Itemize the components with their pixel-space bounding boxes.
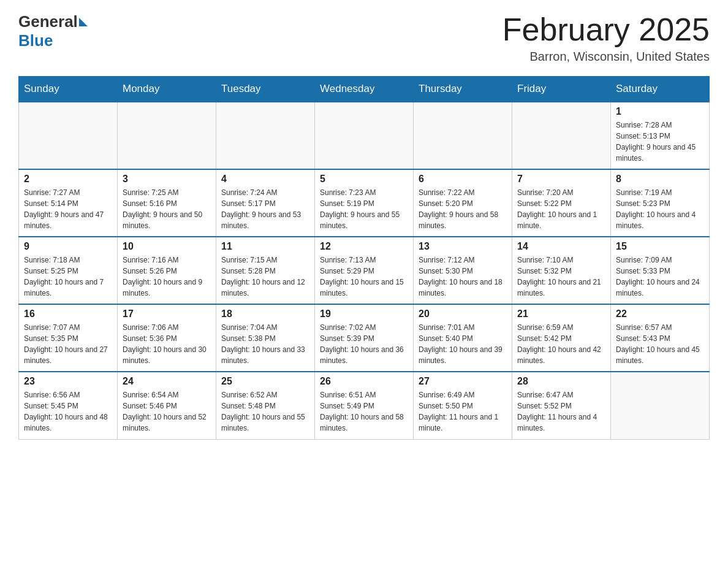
day-info: Sunrise: 7:12 AMSunset: 5:30 PMDaylight:… — [419, 255, 507, 299]
day-number: 2 — [24, 174, 112, 185]
calendar-header-saturday: Saturday — [611, 77, 710, 102]
day-number: 17 — [123, 308, 211, 320]
calendar-cell: 1Sunrise: 7:28 AMSunset: 5:13 PMDaylight… — [611, 102, 710, 169]
calendar-header-thursday: Thursday — [414, 77, 512, 102]
day-info: Sunrise: 7:13 AMSunset: 5:29 PMDaylight:… — [320, 255, 408, 299]
calendar-cell — [19, 102, 118, 169]
calendar-cell: 16Sunrise: 7:07 AMSunset: 5:35 PMDayligh… — [19, 304, 118, 372]
calendar-cell: 26Sunrise: 6:51 AMSunset: 5:49 PMDayligh… — [315, 372, 414, 439]
day-number: 13 — [419, 241, 507, 252]
day-number: 22 — [616, 308, 704, 320]
day-number: 19 — [320, 308, 408, 320]
day-info: Sunrise: 7:07 AMSunset: 5:35 PMDaylight:… — [24, 322, 112, 366]
day-info: Sunrise: 7:25 AMSunset: 5:16 PMDaylight:… — [123, 187, 211, 231]
calendar-cell: 17Sunrise: 7:06 AMSunset: 5:36 PMDayligh… — [118, 304, 216, 372]
calendar-cell: 12Sunrise: 7:13 AMSunset: 5:29 PMDayligh… — [315, 237, 414, 304]
calendar-cell: 6Sunrise: 7:22 AMSunset: 5:20 PMDaylight… — [414, 169, 512, 237]
day-info: Sunrise: 6:51 AMSunset: 5:49 PMDaylight:… — [320, 389, 408, 434]
calendar-week-row: 1Sunrise: 7:28 AMSunset: 5:13 PMDaylight… — [19, 102, 710, 169]
day-info: Sunrise: 7:02 AMSunset: 5:39 PMDaylight:… — [320, 322, 408, 366]
calendar-cell: 8Sunrise: 7:19 AMSunset: 5:23 PMDaylight… — [611, 169, 710, 237]
day-info: Sunrise: 7:15 AMSunset: 5:28 PMDaylight:… — [221, 255, 309, 299]
day-number: 1 — [616, 106, 704, 117]
day-info: Sunrise: 7:06 AMSunset: 5:36 PMDaylight:… — [123, 322, 211, 366]
day-info: Sunrise: 7:19 AMSunset: 5:23 PMDaylight:… — [616, 187, 704, 231]
day-number: 28 — [517, 376, 605, 387]
calendar-cell — [512, 102, 611, 169]
calendar-cell: 19Sunrise: 7:02 AMSunset: 5:39 PMDayligh… — [315, 304, 414, 372]
calendar-cell: 3Sunrise: 7:25 AMSunset: 5:16 PMDaylight… — [118, 169, 216, 237]
day-number: 26 — [320, 376, 408, 387]
day-number: 16 — [24, 308, 112, 320]
day-number: 4 — [221, 174, 309, 185]
day-info: Sunrise: 6:57 AMSunset: 5:43 PMDaylight:… — [616, 322, 704, 366]
day-number: 20 — [419, 308, 507, 320]
day-number: 21 — [517, 308, 605, 320]
calendar-header-monday: Monday — [118, 77, 216, 102]
day-info: Sunrise: 6:52 AMSunset: 5:48 PMDaylight:… — [221, 389, 309, 434]
day-number: 14 — [517, 241, 605, 252]
day-number: 5 — [320, 174, 408, 185]
logo-general-text: General — [18, 12, 78, 31]
logo-blue-text: Blue — [18, 31, 53, 50]
day-info: Sunrise: 7:20 AMSunset: 5:22 PMDaylight:… — [517, 187, 605, 231]
day-info: Sunrise: 7:23 AMSunset: 5:19 PMDaylight:… — [320, 187, 408, 231]
month-title: February 2025 — [502, 12, 710, 47]
day-info: Sunrise: 6:56 AMSunset: 5:45 PMDaylight:… — [24, 389, 112, 434]
day-info: Sunrise: 7:24 AMSunset: 5:17 PMDaylight:… — [221, 187, 309, 231]
day-info: Sunrise: 7:16 AMSunset: 5:26 PMDaylight:… — [123, 255, 211, 299]
calendar-week-row: 16Sunrise: 7:07 AMSunset: 5:35 PMDayligh… — [19, 304, 710, 372]
day-info: Sunrise: 7:01 AMSunset: 5:40 PMDaylight:… — [419, 322, 507, 366]
day-info: Sunrise: 7:28 AMSunset: 5:13 PMDaylight:… — [616, 120, 704, 164]
calendar-cell: 18Sunrise: 7:04 AMSunset: 5:38 PMDayligh… — [216, 304, 315, 372]
day-info: Sunrise: 7:22 AMSunset: 5:20 PMDaylight:… — [419, 187, 507, 231]
calendar-cell: 13Sunrise: 7:12 AMSunset: 5:30 PMDayligh… — [414, 237, 512, 304]
calendar-cell: 11Sunrise: 7:15 AMSunset: 5:28 PMDayligh… — [216, 237, 315, 304]
calendar-cell: 25Sunrise: 6:52 AMSunset: 5:48 PMDayligh… — [216, 372, 315, 439]
calendar-week-row: 23Sunrise: 6:56 AMSunset: 5:45 PMDayligh… — [19, 372, 710, 439]
calendar-cell: 9Sunrise: 7:18 AMSunset: 5:25 PMDaylight… — [19, 237, 118, 304]
day-number: 18 — [221, 308, 309, 320]
calendar-cell: 14Sunrise: 7:10 AMSunset: 5:32 PMDayligh… — [512, 237, 611, 304]
day-number: 25 — [221, 376, 309, 387]
calendar-cell: 21Sunrise: 6:59 AMSunset: 5:42 PMDayligh… — [512, 304, 611, 372]
title-area: February 2025 Barron, Wisconsin, United … — [502, 12, 710, 64]
day-info: Sunrise: 7:18 AMSunset: 5:25 PMDaylight:… — [24, 255, 112, 299]
calendar-header-sunday: Sunday — [19, 77, 118, 102]
calendar-week-row: 2Sunrise: 7:27 AMSunset: 5:14 PMDaylight… — [19, 169, 710, 237]
day-info: Sunrise: 6:49 AMSunset: 5:50 PMDaylight:… — [419, 389, 507, 434]
calendar-cell — [118, 102, 216, 169]
calendar-cell: 15Sunrise: 7:09 AMSunset: 5:33 PMDayligh… — [611, 237, 710, 304]
calendar-cell: 2Sunrise: 7:27 AMSunset: 5:14 PMDaylight… — [19, 169, 118, 237]
day-number: 15 — [616, 241, 704, 252]
calendar-cell: 7Sunrise: 7:20 AMSunset: 5:22 PMDaylight… — [512, 169, 611, 237]
calendar-cell: 27Sunrise: 6:49 AMSunset: 5:50 PMDayligh… — [414, 372, 512, 439]
page-header: General Blue February 2025 Barron, Wisco… — [18, 12, 710, 64]
day-info: Sunrise: 6:59 AMSunset: 5:42 PMDaylight:… — [517, 322, 605, 366]
day-number: 3 — [123, 174, 211, 185]
day-info: Sunrise: 7:09 AMSunset: 5:33 PMDaylight:… — [616, 255, 704, 299]
calendar-table: SundayMondayTuesdayWednesdayThursdayFrid… — [18, 76, 710, 440]
calendar-cell: 28Sunrise: 6:47 AMSunset: 5:52 PMDayligh… — [512, 372, 611, 439]
calendar-cell: 23Sunrise: 6:56 AMSunset: 5:45 PMDayligh… — [19, 372, 118, 439]
calendar-cell — [216, 102, 315, 169]
day-number: 11 — [221, 241, 309, 252]
logo: General Blue — [18, 12, 89, 50]
calendar-header-row: SundayMondayTuesdayWednesdayThursdayFrid… — [19, 77, 710, 102]
day-number: 9 — [24, 241, 112, 252]
day-number: 6 — [419, 174, 507, 185]
calendar-cell — [414, 102, 512, 169]
calendar-header-tuesday: Tuesday — [216, 77, 315, 102]
day-info: Sunrise: 7:27 AMSunset: 5:14 PMDaylight:… — [24, 187, 112, 231]
day-number: 7 — [517, 174, 605, 185]
calendar-header-friday: Friday — [512, 77, 611, 102]
calendar-header-wednesday: Wednesday — [315, 77, 414, 102]
calendar-cell — [315, 102, 414, 169]
calendar-cell: 4Sunrise: 7:24 AMSunset: 5:17 PMDaylight… — [216, 169, 315, 237]
calendar-cell: 22Sunrise: 6:57 AMSunset: 5:43 PMDayligh… — [611, 304, 710, 372]
day-number: 27 — [419, 376, 507, 387]
day-number: 24 — [123, 376, 211, 387]
calendar-week-row: 9Sunrise: 7:18 AMSunset: 5:25 PMDaylight… — [19, 237, 710, 304]
day-info: Sunrise: 7:10 AMSunset: 5:32 PMDaylight:… — [517, 255, 605, 299]
day-info: Sunrise: 7:04 AMSunset: 5:38 PMDaylight:… — [221, 322, 309, 366]
